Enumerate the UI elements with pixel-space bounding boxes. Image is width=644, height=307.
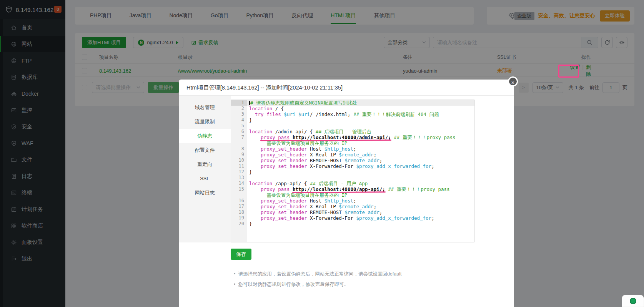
line-number: 20 (231, 221, 247, 227)
line-number (231, 140, 247, 146)
code-line[interactable]: 18 proxy_set_header REMOTE-HOST $remote_… (231, 209, 474, 215)
line-number: 4 (231, 117, 247, 123)
line-number: 14 (231, 181, 247, 186)
code-line[interactable]: 13 (231, 175, 474, 181)
text-cursor (249, 101, 250, 105)
line-number: 11 (231, 163, 247, 169)
modal-tab-SSL[interactable]: SSL (179, 171, 231, 186)
code-line[interactable]: 5 (231, 123, 474, 129)
code-text (247, 123, 474, 129)
token-pl: } (249, 169, 252, 175)
code-line[interactable]: 19 proxy_set_header X-Forwarded-For $pro… (231, 215, 474, 221)
code-line[interactable]: 6location /admin-api/ { ## 后端项目 - 管理后台 (231, 129, 474, 134)
token-com: ## 重要！！！解决前端刷新 404 问题 (353, 111, 439, 117)
token-com: ## 后端项目 - 用户 App (310, 181, 368, 186)
code-text: 需要设置为后端项目所在服务器的 IP (247, 140, 474, 146)
token-pl (290, 134, 293, 140)
token-var: $uri (284, 111, 295, 117)
token-var: $proxy_add_x_forwarded_for (356, 215, 431, 221)
token-var: $remote_addr (344, 158, 379, 163)
token-var: $remote_addr (344, 209, 379, 215)
code-line[interactable]: 16 proxy_set_header Host $http_host; (231, 198, 474, 204)
token-pl: } (249, 221, 252, 227)
note-item: 您可以对伪静态规则进行修改，修改完后保存即可。 (234, 279, 514, 290)
token-kw: proxy_pass (261, 186, 290, 192)
token-pl: / /index.html; (310, 111, 353, 117)
token-pl: } (249, 117, 252, 123)
code-line[interactable]: 需要设置为后端项目所在服务器的 IP (231, 140, 474, 146)
line-number: 13 (231, 175, 247, 181)
note-item: 请选择您的应用，若设置伪静态后，网站无法正常访问，请尝试设置回default (234, 269, 514, 279)
token-var: $remote_addr (339, 152, 373, 158)
code-line[interactable]: 8 proxy_set_header Host $http_host; (231, 146, 474, 152)
line-number: 17 (231, 204, 247, 209)
token-var: $remote_addr (339, 204, 373, 209)
code-line[interactable]: 11 proxy_set_header X-Forwarded-For $pro… (231, 163, 474, 169)
modal-tab-伪静态[interactable]: 伪静态 (179, 129, 231, 143)
token-kw: proxy_set_header (261, 163, 307, 169)
line-number (231, 192, 247, 198)
code-line[interactable]: 12} (231, 169, 474, 175)
code-line[interactable]: 9 proxy_set_header X-Real-IP $remote_add… (231, 152, 474, 158)
code-line[interactable]: 4} (231, 117, 474, 123)
token-kw: proxy_set_header (261, 158, 307, 163)
token-com: ## 重要！！！proxy_pass (385, 186, 450, 192)
code-line[interactable]: 7 proxy_pass http://localhost:48080/admi… (231, 134, 474, 140)
code-line[interactable]: 2location / { (231, 106, 474, 111)
code-line[interactable]: 15 proxy_pass http://localhost:48080/app… (231, 186, 474, 192)
token-pl (249, 152, 261, 158)
token-kw: location (249, 181, 272, 186)
token-pl: ; (374, 152, 377, 158)
code-line[interactable]: 17 proxy_set_header X-Real-IP $remote_ad… (231, 204, 474, 209)
code-text: location / { (247, 106, 474, 111)
code-text: proxy_set_header REMOTE-HOST $remote_add… (247, 158, 474, 163)
code-text: } (247, 221, 474, 227)
code-line[interactable]: 需要设置为后端项目所在服务器的 IP (231, 192, 474, 198)
modal-tab-网站日志[interactable]: 网站日志 (179, 186, 231, 200)
line-number: 16 (231, 198, 247, 204)
token-pl (295, 111, 298, 117)
token-com: ## 重要！！！proxy_pass (391, 134, 456, 140)
token-pl (249, 204, 261, 209)
token-var: $proxy_add_x_forwarded_for (356, 163, 431, 169)
code-line[interactable]: 14location /app-api/ { ## 后端项目 - 用户 App (231, 181, 474, 186)
code-text: } (247, 117, 474, 123)
editor-empty-area[interactable] (231, 227, 474, 242)
token-var: $http_host (324, 198, 353, 204)
code-text: try_files $uri $uri/ /index.html; ## 重要！… (247, 111, 474, 117)
token-pl (249, 158, 261, 163)
line-number: 19 (231, 215, 247, 221)
line-number: 5 (231, 123, 247, 129)
token-kw: proxy_set_header (261, 209, 307, 215)
code-line[interactable]: 3 try_files $uri $uri/ /index.html; ## 重… (231, 111, 474, 117)
token-pl (249, 215, 261, 221)
help-widget[interactable] (622, 295, 644, 307)
token-pl: REMOTE-HOST (307, 209, 345, 215)
rewrite-code-editor[interactable]: 1# 请将伪静态规则或自定义NGINX配置填写到此处2location / {3… (231, 100, 475, 242)
line-number: 2 (231, 106, 247, 111)
modal-tab-重定向[interactable]: 重定向 (179, 157, 231, 171)
token-kw: proxy_set_header (261, 198, 307, 204)
token-com: ## 后端项目 - 管理后台 (316, 129, 371, 134)
token-kw: proxy_set_header (261, 146, 307, 152)
settings-highlight-annotation (558, 65, 579, 78)
modal-tab-配置文件[interactable]: 配置文件 (179, 143, 231, 157)
save-button[interactable]: 保存 (231, 249, 251, 260)
token-pl: X-Forwarded-For (307, 215, 356, 221)
code-line[interactable]: 1# 请将伪静态规则或自定义NGINX配置填写到此处 (231, 100, 474, 106)
line-number: 15 (231, 186, 247, 192)
code-line[interactable]: 20} (231, 221, 474, 227)
line-number: 7 (231, 134, 247, 140)
modal-tab-域名管理[interactable]: 域名管理 (179, 100, 231, 115)
modal-tab-流量限制[interactable]: 流量限制 (179, 115, 231, 129)
code-text: proxy_set_header X-Real-IP $remote_addr; (247, 152, 474, 158)
line-number: 8 (231, 146, 247, 152)
token-kw: proxy_set_header (261, 215, 307, 221)
token-pl: ; (431, 215, 434, 221)
code-line[interactable]: 10 proxy_set_header REMOTE-HOST $remote_… (231, 158, 474, 163)
code-text: proxy_set_header X-Real-IP $remote_addr; (247, 204, 474, 209)
code-text: } (247, 169, 474, 175)
code-text: # 请将伪静态规则或自定义NGINX配置填写到此处 (247, 100, 474, 106)
close-icon[interactable]: × (508, 76, 518, 86)
token-kw: location (249, 129, 272, 134)
